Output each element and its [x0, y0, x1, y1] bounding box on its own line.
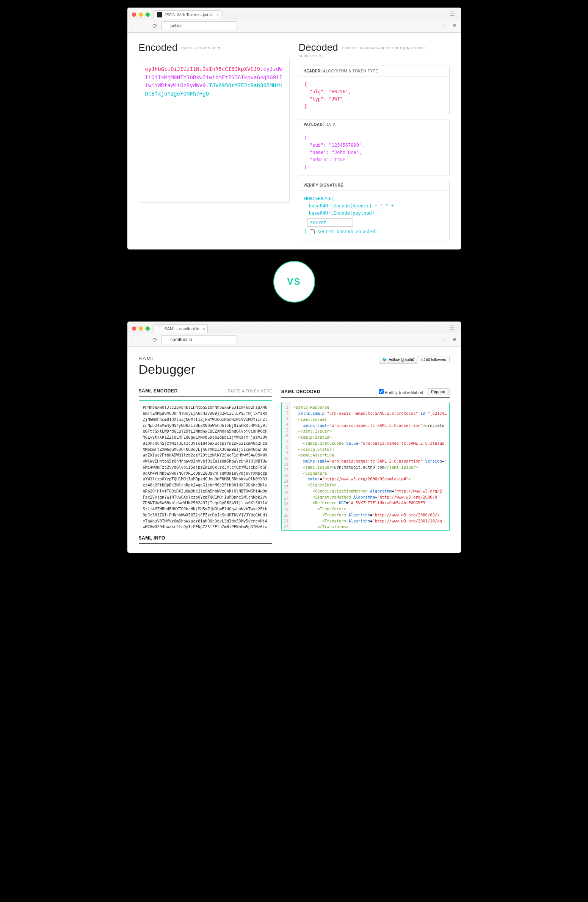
- payload-label: PAYLOAD:: [304, 122, 325, 127]
- saml-page-title: Debugger: [139, 362, 195, 377]
- header-panel: HEADER: ALGORITHM & TOKEN TYPE { "alg": …: [299, 66, 450, 115]
- twitter-follow-widget: 🐦Follow @auth0 3,150 followers: [379, 356, 449, 364]
- expand-button[interactable]: Expand: [427, 388, 449, 395]
- minimize-window-icon[interactable]: [139, 326, 143, 331]
- zoom-window-icon[interactable]: [146, 326, 150, 331]
- saml-browser-window: SAML - samltool.io × ☰ ← → ⟳ ▭ ☆ ≡: [127, 322, 461, 553]
- address-bar[interactable]: [161, 335, 237, 344]
- signature-label: VERIFY SIGNATURE: [304, 183, 343, 187]
- close-window-icon[interactable]: [132, 326, 136, 331]
- tab-title: SAML - samltool.io: [165, 326, 199, 331]
- browser-tab[interactable]: JSON Web Tokens - jwt.io ×: [154, 10, 221, 19]
- follow-label: Follow @auth0: [389, 358, 414, 362]
- signature-panel: VERIFY SIGNATURE HMACSHA256( base64UrlEn…: [299, 180, 450, 241]
- base64-checkbox[interactable]: [310, 229, 315, 234]
- sig-close: ): [304, 229, 307, 234]
- saml-encoded-heading: SAML ENCODED: [139, 388, 178, 394]
- sig-line2: base64UrlEncode(payload),: [304, 210, 444, 217]
- secret-input[interactable]: [307, 218, 353, 227]
- saml-encoded-box[interactable]: PHNhbWxwOlJlc3BvbnNlIHhtbG5zOnNhbWxwPSJ1…: [139, 400, 272, 529]
- saml-info-heading: SAML INFO: [139, 535, 272, 544]
- encoded-heading: Encoded: [139, 42, 178, 53]
- line-number-gutter: 1234567891011121314151617181920212223242…: [282, 402, 291, 530]
- decoded-heading: Decoded: [299, 42, 338, 53]
- payload-json[interactable]: { "sub": "1234567890", "name": "John Doe…: [299, 130, 449, 176]
- payload-panel: PAYLOAD: DATA { "sub": "1234567890", "na…: [299, 119, 450, 176]
- forward-icon: →: [141, 22, 149, 29]
- close-tab-icon[interactable]: ×: [203, 326, 205, 331]
- profile-icon[interactable]: ☰: [447, 325, 458, 333]
- encoded-hint: PASTE A TOKEN HERE: [182, 46, 222, 50]
- bookmark-star-icon[interactable]: ☆: [441, 23, 446, 28]
- blank-favicon: [157, 326, 162, 331]
- window-controls: [130, 326, 152, 333]
- saml-decoded-box[interactable]: 1234567891011121314151617181920212223242…: [281, 402, 450, 531]
- jwt-header-segment: eyJhbGciOiJIUzI1NiIsInR5cCI6IkpXVCJ9: [145, 66, 260, 72]
- payload-sublabel: DATA: [325, 122, 336, 127]
- header-label: HEADER:: [304, 69, 322, 73]
- hamburger-menu-icon[interactable]: ≡: [451, 336, 458, 343]
- prettify-option[interactable]: Prettify (not editable): [379, 389, 423, 395]
- jwt-browser-window: JSON Web Tokens - jwt.io × ☰ ← → ⟳ ▭ ☆ ≡: [127, 8, 461, 249]
- saml-encoded-hint: PASTE A TOKEN HERE: [228, 389, 272, 393]
- bookmark-star-icon[interactable]: ☆: [441, 337, 446, 342]
- window-controls: [130, 13, 152, 19]
- profile-icon[interactable]: ☰: [447, 11, 458, 19]
- tab-title: JSON Web Tokens - jwt.io: [165, 13, 213, 17]
- jwt-favicon: [157, 12, 162, 17]
- reload-icon[interactable]: ⟳: [152, 336, 158, 344]
- followers-count: 3,150 followers: [417, 356, 449, 363]
- vs-badge: VS: [273, 261, 315, 303]
- reload-icon[interactable]: ⟳: [152, 22, 158, 30]
- follow-button[interactable]: 🐦Follow @auth0: [379, 356, 417, 364]
- base64-label: secret base64 encoded: [317, 229, 375, 234]
- back-icon[interactable]: ←: [130, 22, 138, 29]
- close-tab-icon[interactable]: ×: [216, 13, 218, 17]
- xml-code-view: <samlp:Response xmlns:samlp="urn:oasis:n…: [291, 402, 449, 530]
- browser-tab[interactable]: SAML - samltool.io ×: [154, 324, 208, 333]
- back-icon[interactable]: ←: [130, 336, 138, 343]
- address-bar[interactable]: [161, 21, 237, 30]
- forward-icon: →: [141, 336, 149, 343]
- zoom-window-icon[interactable]: [146, 13, 150, 17]
- browser-chrome: SAML - samltool.io × ☰ ← → ⟳ ▭ ☆ ≡: [127, 322, 461, 347]
- prettify-label: Prettify (not editable): [385, 390, 423, 395]
- sig-line1: base64UrlEncode(header) + "." +: [304, 202, 444, 210]
- header-json[interactable]: { "alg": "HS256", "typ": "JWT" }: [299, 77, 449, 115]
- browser-chrome: JSON Web Tokens - jwt.io × ☰ ← → ⟳ ▭ ☆ ≡: [127, 8, 461, 33]
- prettify-checkbox[interactable]: [379, 389, 384, 394]
- sig-fn: HMACSHA256(: [304, 195, 444, 202]
- header-sublabel: ALGORITHM & TOKEN TYPE: [323, 69, 378, 73]
- saml-kicker: SAML: [139, 356, 195, 361]
- encoded-token-box[interactable]: eyJhbGciOiJIUzI1NiIsInR5cCI6IkpXVCJ9.eyJ…: [139, 59, 290, 203]
- hamburger-menu-icon[interactable]: ≡: [451, 22, 458, 29]
- minimize-window-icon[interactable]: [139, 13, 143, 17]
- twitter-bird-icon: 🐦: [382, 357, 387, 362]
- saml-decoded-heading: SAML DECODED: [281, 389, 320, 394]
- close-window-icon[interactable]: [132, 13, 136, 17]
